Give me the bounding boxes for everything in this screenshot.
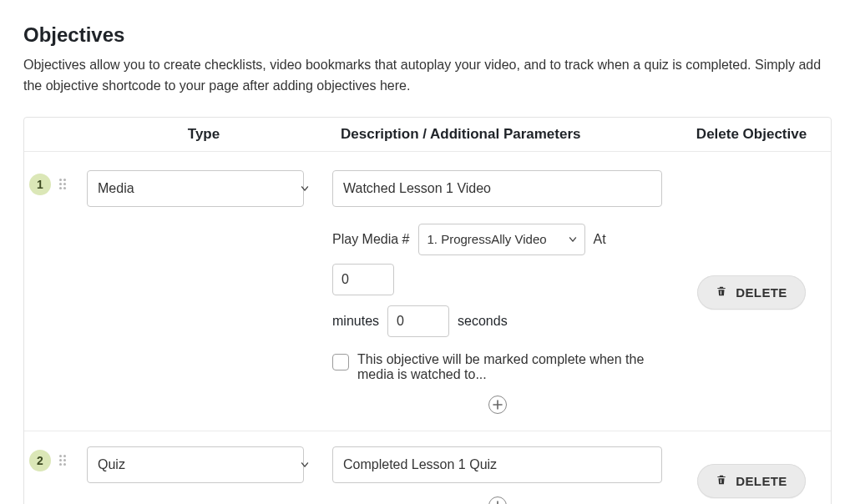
mark-complete-checkbox[interactable] bbox=[332, 354, 349, 370]
row-number-chip: 1 bbox=[29, 174, 51, 195]
col-header-delete: Delete Objective bbox=[680, 126, 831, 143]
delete-button-label: DELETE bbox=[736, 285, 787, 300]
objective-row: 1 Play Media # At bbox=[24, 152, 831, 431]
description-input[interactable] bbox=[332, 170, 662, 207]
seconds-label: seconds bbox=[458, 314, 508, 329]
description-input[interactable] bbox=[332, 446, 662, 483]
objectives-table: Type Description / Additional Parameters… bbox=[23, 117, 832, 504]
table-header-row: Type Description / Additional Parameters… bbox=[24, 118, 831, 152]
at-minutes-input[interactable] bbox=[332, 264, 394, 295]
at-seconds-input[interactable] bbox=[387, 305, 449, 337]
add-sub-objective-icon[interactable] bbox=[488, 396, 507, 414]
row-number-chip: 2 bbox=[29, 450, 51, 471]
page-title: Objectives bbox=[23, 23, 832, 47]
page-intro: Objectives allow you to create checklist… bbox=[23, 55, 825, 97]
col-header-type: Type bbox=[87, 126, 321, 143]
delete-button[interactable]: DELETE bbox=[697, 275, 806, 310]
drag-handle-icon[interactable] bbox=[59, 455, 66, 466]
drag-handle-icon[interactable] bbox=[59, 179, 66, 189]
delete-button-label: DELETE bbox=[736, 474, 787, 488]
trash-icon bbox=[716, 474, 727, 488]
delete-button[interactable]: DELETE bbox=[697, 464, 806, 498]
objective-row: 2 DELETE bbox=[24, 431, 831, 504]
at-label: At bbox=[594, 232, 606, 247]
col-header-desc: Description / Additional Parameters bbox=[321, 126, 680, 143]
type-select[interactable] bbox=[87, 170, 304, 207]
play-media-label: Play Media # bbox=[332, 232, 410, 247]
mark-complete-label: This objective will be marked complete w… bbox=[357, 352, 662, 382]
add-sub-objective-icon[interactable] bbox=[488, 496, 507, 504]
type-select[interactable] bbox=[87, 446, 304, 483]
trash-icon bbox=[716, 285, 727, 300]
minutes-label: minutes bbox=[332, 314, 379, 329]
media-select[interactable] bbox=[418, 224, 585, 255]
